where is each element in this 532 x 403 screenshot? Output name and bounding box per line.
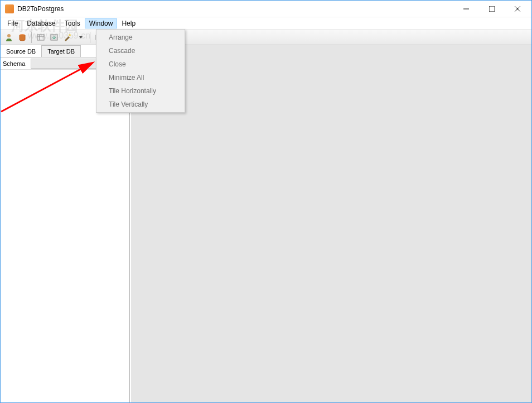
menu-database[interactable]: Database: [22, 18, 60, 28]
toolbar-wizard-icon[interactable]: [61, 31, 74, 44]
toolbar-separator: [31, 32, 32, 43]
close-button[interactable]: [505, 1, 530, 17]
toolbar-table-icon[interactable]: [35, 31, 47, 44]
menu-arrange[interactable]: Arrange: [98, 31, 183, 44]
menu-minimize-all[interactable]: Minimize All: [98, 71, 183, 84]
window-title: DB2ToPostgres: [17, 5, 453, 13]
toolbar-separator: [90, 32, 90, 43]
svg-point-10: [69, 34, 71, 36]
minimize-button[interactable]: [453, 1, 479, 17]
toolbar-import-icon[interactable]: [48, 31, 60, 44]
main-window: DB2ToPostgres File Database Tools Window…: [0, 0, 532, 403]
toolbar-dropdown-icon[interactable]: [75, 31, 87, 44]
content-area: Source DB Target DB Schema: [1, 45, 531, 402]
menubar: File Database Tools Window Help: [1, 17, 531, 30]
svg-rect-1: [489, 6, 495, 12]
menu-tools[interactable]: Tools: [60, 18, 85, 28]
svg-rect-6: [37, 35, 44, 40]
window-controls: [453, 1, 530, 17]
toolbar-db-icon[interactable]: [16, 31, 28, 44]
schema-label: Schema: [3, 60, 31, 67]
toolbar-user-icon[interactable]: [3, 31, 15, 44]
tab-target-db[interactable]: Target DB: [42, 45, 81, 57]
tab-source-db[interactable]: Source DB: [1, 45, 42, 57]
menu-help[interactable]: Help: [117, 18, 140, 28]
maximize-button[interactable]: [479, 1, 505, 17]
menu-cascade[interactable]: Cascade: [98, 44, 183, 57]
menu-window[interactable]: Window: [85, 18, 118, 28]
main-workspace: [130, 45, 531, 402]
window-menu-dropdown: Arrange Cascade Close Minimize All Tile …: [96, 29, 185, 113]
menu-file[interactable]: File: [3, 18, 22, 28]
menu-close[interactable]: Close: [98, 57, 183, 71]
toolbar: [1, 30, 531, 45]
titlebar: DB2ToPostgres: [1, 1, 531, 17]
menu-tile-horizontally[interactable]: Tile Horizontally: [98, 84, 183, 98]
db-tree[interactable]: [1, 70, 129, 402]
menu-tile-vertically[interactable]: Tile Vertically: [98, 98, 183, 111]
svg-point-4: [7, 34, 11, 37]
app-icon: [5, 4, 14, 13]
